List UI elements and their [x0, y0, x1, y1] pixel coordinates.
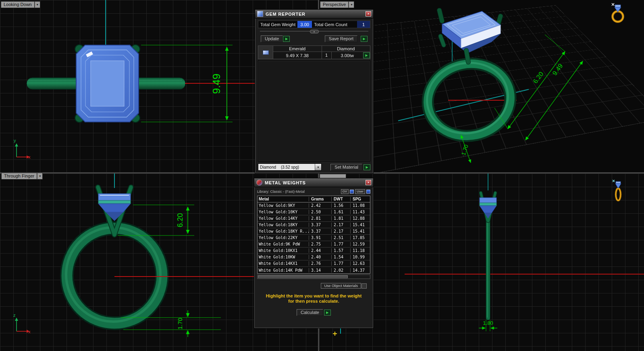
calculate-button[interactable]: Calculate — [297, 309, 323, 316]
update-button[interactable]: Update — [261, 35, 283, 42]
gv-button[interactable]: GV — [341, 189, 349, 194]
gem-size-value[interactable]: 9.49 X 7.38 — [273, 52, 322, 59]
collapse-handle-icon[interactable]: ▲ — [310, 30, 319, 33]
gem-type-column: Emerald 9.49 X 7.38 — [273, 46, 322, 59]
save-report-go-icon[interactable]: ▶ — [361, 36, 368, 42]
gem-list: Emerald 9.49 X 7.38 Diamond 1 3.00tw ▶ — [258, 45, 370, 59]
cell-dwt: 1.77 — [332, 261, 351, 266]
metal-weights-table: Metal Grams DWT SPG Yellow Gold:9KY 2.42… — [257, 196, 370, 274]
cell-dwt: 1.56 — [332, 203, 351, 208]
cell-grams: 2.81 — [309, 216, 332, 221]
cell-grams: 3.37 — [309, 223, 332, 227]
set-material-button[interactable]: Set Material — [330, 164, 362, 171]
user-info-icon[interactable] — [366, 190, 370, 194]
chevron-down-icon[interactable]: ▼ — [315, 164, 321, 170]
svg-text:y: y — [14, 138, 16, 143]
table-row[interactable]: White Gold:14KX1 2.76 1.77 12.63 — [258, 260, 370, 267]
table-row[interactable]: Yellow Gold:18KY 3.37 2.17 15.41 — [258, 222, 370, 228]
use-object-materials-button[interactable]: Use Object Materials — [321, 283, 361, 289]
material-dropdown-value: Diamond — [260, 165, 276, 169]
table-row[interactable]: Yellow Gold:18KY R... 3.37 2.17 15.41 — [258, 228, 370, 235]
set-material-go-icon[interactable]: ▶ — [364, 164, 370, 170]
chevron-down-icon[interactable]: ▼ — [349, 1, 354, 8]
table-row[interactable]: Yellow Gold:9KY 2.42 1.56 11.08 — [258, 202, 370, 209]
cell-metal: White Gold:9K PdW — [258, 242, 309, 246]
emerald-stone-side-view[interactable] — [480, 198, 497, 219]
update-go-icon[interactable]: ▶ — [283, 36, 290, 42]
axis-gizmo: z x — [13, 313, 31, 334]
emerald-stone-perspective[interactable] — [442, 11, 501, 53]
calculate-go-icon[interactable]: ▶ — [324, 310, 331, 316]
library-label: Library: Classic - (Fast)-Metal — [257, 190, 340, 194]
chevron-down-icon[interactable]: ▼ — [37, 173, 43, 180]
total-gem-count-value[interactable]: 1 — [357, 21, 370, 28]
ring-band-side-view[interactable] — [486, 219, 490, 320]
panel-title: METAL WEIGHTS — [265, 180, 363, 185]
material-dropdown[interactable]: Diamond (3.52 spg) ▼ — [258, 163, 322, 171]
table-row[interactable]: White Gold:14K PdW 3.14 2.02 14.37 — [258, 267, 370, 273]
app-root: 9.49 y x — [0, 0, 644, 351]
gem-reporter-icon — [257, 11, 263, 17]
col-header-spg: SPG — [351, 197, 370, 201]
cell-spg: 10.99 — [351, 255, 370, 259]
cell-grams: 3.91 — [309, 235, 332, 240]
cell-metal: White Gold:14KX1 — [258, 261, 309, 266]
panel-title: GEM REPORTER — [266, 12, 363, 17]
viewport-label-looking-down[interactable]: Looking Down ▼ — [1, 1, 40, 8]
viewport-title[interactable]: Through Finger — [1, 173, 37, 180]
cell-spg: 11.18 — [351, 248, 370, 253]
svg-text:z: z — [13, 313, 16, 318]
total-gem-weight-value[interactable]: 3.00 — [297, 21, 312, 28]
viewport-label-partial[interactable] — [320, 174, 346, 178]
scrollbar-thumb[interactable] — [258, 275, 348, 278]
chevron-down-icon[interactable]: ▼ — [35, 1, 40, 8]
gem-reporter-titlebar[interactable]: GEM REPORTER ✕ — [255, 10, 373, 19]
ring-band-perspective[interactable] — [420, 55, 517, 144]
gem-count-weight-row[interactable]: 1 3.00tw ▶ — [322, 52, 370, 59]
cell-grams: 2.44 — [309, 248, 332, 253]
gem-material-column: Diamond 1 3.00tw ▶ — [322, 46, 370, 59]
svg-text:9.49: 9.49 — [551, 62, 564, 76]
close-icon[interactable]: ✕ — [366, 11, 371, 17]
viewport-label-perspective[interactable]: Perspective ▼ — [320, 1, 354, 8]
cell-dwt: 2.17 — [332, 223, 351, 227]
viewport-title[interactable]: Perspective — [320, 1, 349, 8]
metal-weights-titlebar[interactable]: METAL WEIGHTS ✕ — [254, 178, 373, 187]
cell-grams: 2.40 — [309, 255, 332, 259]
user-button[interactable]: User — [355, 189, 365, 194]
svg-text:9.49: 9.49 — [210, 74, 222, 94]
viewport-title[interactable]: Looking Down — [1, 1, 35, 8]
ring-band-front-view[interactable] — [66, 227, 162, 323]
gem-row-icon-cell[interactable] — [258, 46, 273, 59]
instruction-text: Highlight the item you want to find the … — [254, 293, 373, 304]
emerald-stone-top-view[interactable] — [76, 45, 139, 122]
cell-grams: 2.50 — [309, 210, 332, 214]
gem-reporter-buttons: Update ▶ Save Report ▶ — [261, 35, 368, 42]
gem-row-go-icon[interactable]: ▶ — [363, 52, 370, 58]
table-row[interactable]: White Gold:9K PdW 2.75 1.77 12.59 — [258, 241, 370, 248]
save-report-button[interactable]: Save Report — [325, 35, 357, 42]
col-header-dwt: DWT — [332, 197, 351, 201]
svg-text:x: x — [28, 155, 31, 159]
emerald-stone-front-view[interactable] — [98, 194, 131, 221]
cell-spg: 15.41 — [351, 229, 370, 233]
instruction-line-1: Highlight the item you want to find the … — [254, 293, 373, 299]
metal-weights-icon — [256, 180, 262, 186]
table-row[interactable]: White Gold:10KX1 2.44 1.57 11.18 — [258, 248, 370, 254]
use-object-materials-box[interactable] — [361, 283, 367, 289]
collapse-splitter[interactable]: ▲ — [260, 29, 368, 34]
cell-spg: 12.63 — [351, 261, 370, 266]
cell-grams: 2.76 — [309, 261, 332, 266]
gem-reporter-panel: GEM REPORTER ✕ Total Gem Weight 3.00 Tot… — [255, 10, 373, 173]
close-icon[interactable]: ✕ — [366, 180, 371, 185]
cell-dwt: 2.17 — [332, 229, 351, 233]
table-row[interactable]: White Gold:10KW 2.40 1.54 10.99 — [258, 254, 370, 260]
horizontal-scrollbar[interactable] — [257, 275, 370, 279]
table-row[interactable]: Yellow Gold:10KY 2.50 1.61 11.43 — [258, 209, 370, 215]
gv-info-icon[interactable] — [350, 190, 354, 194]
viewport-label-through-finger[interactable]: Through Finger ▼ — [1, 173, 43, 180]
table-row[interactable]: Yellow Gold:14KY 2.81 1.81 12.88 — [258, 215, 370, 222]
cell-grams: 2.75 — [309, 242, 332, 246]
table-row[interactable]: Yellow Gold:22KY 3.91 2.51 17.85 — [258, 235, 370, 241]
ring-perspective-icon — [612, 3, 623, 22]
